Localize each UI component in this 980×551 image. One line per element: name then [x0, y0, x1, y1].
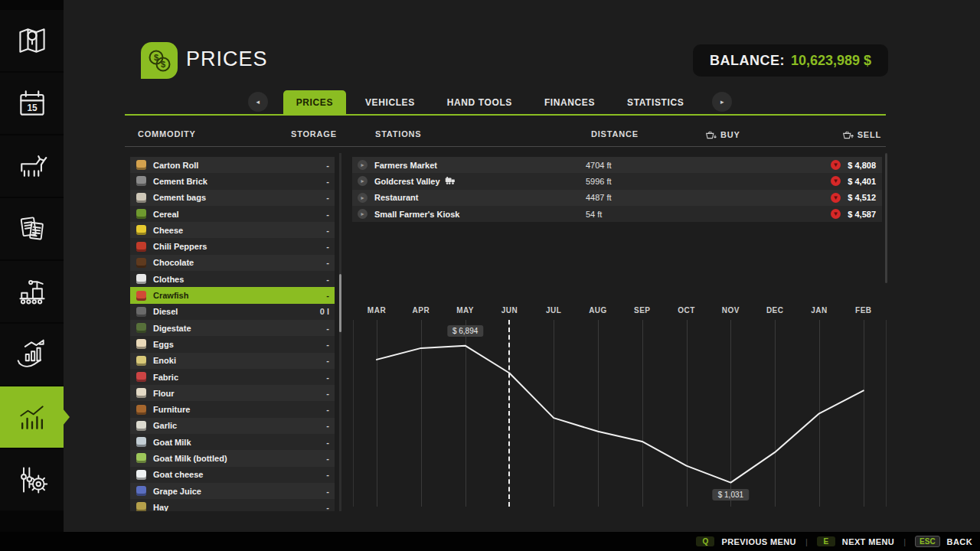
commodity-icon [136, 372, 146, 382]
sell-basket-icon [842, 129, 854, 140]
commodity-row-digestate[interactable]: Digestate - [130, 320, 335, 336]
tab-prices[interactable]: PRICES [283, 90, 346, 115]
commodity-row-chocolate[interactable]: Chocolate - [130, 255, 335, 271]
station-name: Restaurant [374, 193, 418, 202]
sidebar-item-animals[interactable] [0, 135, 64, 197]
commodity-scrollbar-thumb[interactable] [339, 274, 341, 332]
svg-text:$: $ [161, 60, 165, 69]
page-title: PRICES [186, 47, 268, 71]
sidebar-item-contracts[interactable] [0, 198, 64, 259]
commodity-storage: - [326, 161, 335, 170]
stations-scrollbar[interactable] [885, 153, 887, 283]
commodity-row-clothes[interactable]: Clothes - [130, 271, 335, 287]
tab-bar: ◂PRICESVEHICLESHAND TOOLSFINANCESSTATIST… [0, 90, 980, 115]
tab-statistics[interactable]: STATISTICS [614, 90, 697, 115]
commodity-row-enoki[interactable]: Enoki - [130, 353, 335, 369]
commodity-row-grape-juice[interactable]: Grape Juice - [130, 483, 335, 499]
commodity-row-cereal[interactable]: Cereal - [130, 206, 335, 222]
station-sell-price: $ 4,401 [848, 177, 876, 186]
commodity-row-goat-milk[interactable]: Goat Milk - [130, 434, 335, 450]
station-row-small-farmer-s-kiosk[interactable]: ▸ Small Farmer's Kiosk 54 ft ▼ $ 4,587 [352, 206, 882, 222]
station-distance: 54 ft [586, 210, 602, 219]
sidebar-item-finances[interactable] [0, 324, 64, 385]
commodity-row-chili-peppers[interactable]: Chili Peppers - [130, 238, 335, 254]
commodity-name: Goat Milk [153, 438, 191, 447]
sidebar-item-settings[interactable] [0, 449, 64, 510]
commodity-storage: - [326, 503, 335, 511]
commodity-icon [136, 193, 146, 203]
station-row-farmers-market[interactable]: ▸ Farmers Market 4704 ft ▼ $ 4,808 [352, 157, 882, 173]
commodity-row-furniture[interactable]: Furniture - [130, 401, 335, 417]
goto-station-icon[interactable]: ▸ [358, 209, 368, 219]
sidebar-item-statistics[interactable]: ▸ [0, 386, 64, 448]
goto-station-icon[interactable]: ▸ [358, 193, 368, 203]
commodity-row-goat-milk-bottled-[interactable]: Goat Milk (bottled) - [130, 450, 335, 466]
commodity-row-fabric[interactable]: Fabric - [130, 369, 335, 385]
commodity-row-flour[interactable]: Flour - [130, 385, 335, 401]
commodity-icon [136, 225, 146, 235]
price-chart: MARAPRMAYJUNJULAUGSEPOCTNOVDECJANFEB $ 6… [352, 302, 888, 513]
commodity-scrollbar[interactable] [339, 153, 341, 511]
goto-station-icon[interactable]: ▸ [358, 160, 368, 170]
month-label-mar: MAR [358, 306, 396, 315]
tab-vehicles[interactable]: VEHICLES [352, 90, 428, 115]
commodity-icon [136, 339, 146, 349]
commodity-storage: - [326, 421, 335, 430]
commodity-row-hay[interactable]: Hay - [130, 499, 335, 511]
station-row-restaurant[interactable]: ▸ Restaurant 4487 ft ▼ $ 4,512 [352, 190, 882, 206]
map-icon [15, 24, 49, 57]
commodity-icon [136, 258, 146, 268]
header-divider [125, 146, 886, 147]
commodity-row-cheese[interactable]: Cheese - [130, 222, 335, 238]
key-action-back: BACK [947, 537, 972, 546]
price-trend-down-icon: ▼ [831, 193, 841, 203]
month-label-oct: OCT [668, 306, 706, 315]
balance-pill: BALANCE: 10,623,989 $ [693, 44, 888, 77]
commodity-name: Diesel [153, 307, 178, 316]
commodity-row-crawfish[interactable]: Crawfish - [130, 287, 335, 303]
tab-hand-tools[interactable]: HAND TOOLS [434, 90, 525, 115]
commodity-name: Clothes [153, 275, 184, 284]
buy-basket-icon [705, 129, 717, 140]
footer-divider: | [903, 537, 906, 546]
tabs-prev-button[interactable]: ◂ [248, 92, 268, 112]
commodity-name: Grape Juice [153, 487, 201, 496]
commodity-storage: 0 l [320, 307, 335, 316]
production-icon [15, 275, 49, 308]
contracts-icon [15, 212, 49, 246]
commodity-name: Chocolate [153, 258, 194, 267]
column-buy: BUY [705, 129, 740, 140]
month-label-apr: APR [402, 306, 440, 315]
price-trend-down-icon: ▼ [831, 176, 841, 186]
column-storage: STORAGE [291, 129, 337, 139]
commodity-row-carton-roll[interactable]: Carton Roll - [130, 157, 335, 173]
month-label-dec: DEC [756, 306, 794, 315]
sidebar-item-map[interactable] [0, 10, 64, 71]
commodity-name: Garlic [153, 421, 177, 430]
month-label-aug: AUG [579, 306, 617, 315]
commodity-storage: - [326, 340, 335, 349]
commodity-icon [136, 323, 146, 333]
commodity-row-cement-bags[interactable]: Cement bags - [130, 190, 335, 206]
keycap-q[interactable]: Q [696, 536, 714, 546]
keycap-esc[interactable]: ESC [915, 536, 940, 547]
commodity-row-cement-brick[interactable]: Cement Brick - [130, 173, 335, 189]
goto-station-icon[interactable]: ▸ [358, 176, 368, 186]
commodity-row-garlic[interactable]: Garlic - [130, 418, 335, 434]
column-sell: SELL [842, 129, 881, 140]
commodity-icon [136, 291, 146, 301]
commodity-icon [136, 421, 146, 431]
keycap-e[interactable]: E [817, 536, 835, 546]
commodity-icon [136, 437, 146, 447]
commodity-icon [136, 470, 146, 480]
sidebar-item-production[interactable] [0, 261, 64, 322]
commodity-row-diesel[interactable]: Diesel 0 l [130, 304, 335, 320]
tab-finances[interactable]: FINANCES [531, 90, 608, 115]
commodity-icon [136, 405, 146, 415]
commodity-name: Goat cheese [153, 470, 203, 479]
stations-list: ▸ Farmers Market 4704 ft ▼ $ 4,808▸ Gold… [352, 157, 882, 222]
tabs-next-button[interactable]: ▸ [712, 92, 732, 112]
commodity-row-goat-cheese[interactable]: Goat cheese - [130, 467, 335, 483]
commodity-row-eggs[interactable]: Eggs - [130, 336, 335, 352]
station-row-goldcrest-valley[interactable]: ▸ Goldcrest Valley 5996 ft ▼ $ 4,401 [352, 173, 882, 189]
